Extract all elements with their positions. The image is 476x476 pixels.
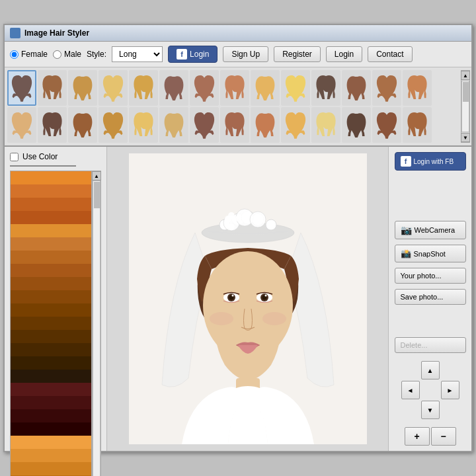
hair-thumb[interactable] xyxy=(311,70,340,106)
scrollbar-up-btn[interactable]: ▲ xyxy=(461,71,470,80)
hair-thumbnail-strip: ▲ ▼ xyxy=(5,67,471,147)
color-swatch[interactable] xyxy=(11,290,91,303)
main-window: Image Hair Styler Female Male Style: Lon… xyxy=(3,24,473,452)
register-button[interactable]: Register xyxy=(274,46,321,62)
hair-thumb[interactable] xyxy=(99,107,128,143)
female-radio-label[interactable]: Female xyxy=(10,50,48,59)
webcam-button[interactable]: 📷 WebCamera xyxy=(395,221,466,239)
color-swatch[interactable] xyxy=(11,396,91,409)
fb-icon: f xyxy=(177,49,187,60)
hair-thumb[interactable] xyxy=(311,107,340,143)
color-swatch[interactable] xyxy=(11,317,91,330)
hair-thumb[interactable] xyxy=(220,70,249,106)
color-swatch[interactable] xyxy=(11,251,91,264)
color-swatch[interactable] xyxy=(11,303,91,317)
color-swatch[interactable] xyxy=(11,211,91,224)
hair-thumb[interactable] xyxy=(99,70,128,106)
hair-thumb[interactable] xyxy=(7,107,36,143)
hair-thumb[interactable] xyxy=(342,70,371,106)
style-select[interactable]: Long Short Medium Curly xyxy=(112,46,163,62)
color-scroll-thumb[interactable] xyxy=(94,182,100,208)
hair-thumb[interactable] xyxy=(403,70,432,106)
hair-strip-scrollbar: ▲ ▼ xyxy=(461,70,470,143)
color-swatch[interactable] xyxy=(11,409,91,422)
male-radio-label[interactable]: Male xyxy=(53,50,81,59)
color-scroll-up[interactable]: ▲ xyxy=(92,171,101,180)
color-swatch[interactable] xyxy=(11,449,91,462)
toolbar: Female Male Style: Long Short Medium Cur… xyxy=(5,42,471,67)
color-preview-swatch[interactable] xyxy=(10,165,76,167)
male-radio[interactable] xyxy=(53,50,61,59)
female-radio[interactable] xyxy=(10,50,19,59)
hair-thumb[interactable] xyxy=(251,70,280,106)
use-color-checkbox[interactable] xyxy=(10,153,19,161)
hair-thumb[interactable] xyxy=(372,107,401,143)
hair-thumb[interactable] xyxy=(129,70,158,106)
color-swatch[interactable] xyxy=(11,462,91,475)
login-button[interactable]: Login xyxy=(326,46,362,62)
snapshot-button[interactable]: 📸 SnapShot xyxy=(395,245,466,262)
hair-thumb[interactable] xyxy=(251,107,280,143)
color-swatch[interactable] xyxy=(11,356,91,370)
hair-thumb[interactable] xyxy=(190,70,219,106)
snapshot-label: SnapShot xyxy=(414,250,446,258)
zoom-in-button[interactable]: + xyxy=(405,427,430,446)
scrollbar-track xyxy=(461,81,469,132)
color-swatch[interactable] xyxy=(11,422,91,436)
color-swatch[interactable] xyxy=(11,171,91,184)
signup-button[interactable]: Sign Up xyxy=(223,46,268,62)
color-swatch[interactable] xyxy=(11,436,91,449)
hair-thumb[interactable] xyxy=(159,70,188,106)
hair-thumb[interactable] xyxy=(68,70,97,106)
color-swatch[interactable] xyxy=(11,343,91,356)
hair-thumb[interactable] xyxy=(190,107,219,143)
hair-thumb[interactable] xyxy=(38,107,67,143)
scrollbar-down-btn[interactable]: ▼ xyxy=(461,133,470,142)
style-label: Style: xyxy=(87,50,106,59)
hair-thumb[interactable] xyxy=(342,107,371,143)
color-scroll-area: ▲ ▼ xyxy=(10,171,101,476)
hair-thumb[interactable] xyxy=(281,70,310,106)
color-swatch[interactable] xyxy=(11,277,91,290)
zoom-out-button[interactable]: − xyxy=(431,427,456,446)
fb-panel-button[interactable]: f Login with FB xyxy=(395,152,466,171)
arrow-left-button[interactable]: ◄ xyxy=(401,381,420,399)
color-scroll-track xyxy=(93,180,100,476)
color-swatch[interactable] xyxy=(11,198,91,211)
svg-point-9 xyxy=(250,212,266,227)
hair-thumb[interactable] xyxy=(129,107,158,143)
arrow-up-button[interactable]: ▲ xyxy=(421,361,440,379)
hair-thumb[interactable] xyxy=(7,70,36,106)
arrow-row-top: ▲ xyxy=(401,361,459,379)
hair-thumb[interactable] xyxy=(281,107,310,143)
svg-point-25 xyxy=(262,312,286,325)
color-swatch[interactable] xyxy=(11,184,91,198)
hair-thumb[interactable] xyxy=(372,70,401,106)
webcam-icon: 📷 xyxy=(401,225,412,235)
color-swatch[interactable] xyxy=(11,330,91,343)
your-photo-button[interactable]: Your photo... xyxy=(395,268,466,284)
hair-thumb[interactable] xyxy=(68,107,97,143)
hair-thumb[interactable] xyxy=(159,107,188,143)
arrow-row-bottom: ▼ xyxy=(401,401,459,419)
arrow-right-button[interactable]: ► xyxy=(441,381,459,399)
svg-point-6 xyxy=(266,219,276,230)
save-photo-button[interactable]: Save photo... xyxy=(395,289,466,305)
svg-point-23 xyxy=(264,295,266,297)
color-swatch[interactable] xyxy=(11,370,91,383)
scrollbar-thumb[interactable] xyxy=(463,82,469,102)
color-swatch[interactable] xyxy=(11,224,91,237)
color-swatch[interactable] xyxy=(11,264,91,277)
app-icon xyxy=(10,28,20,38)
hair-thumb[interactable] xyxy=(220,107,249,143)
delete-button[interactable]: Delete... xyxy=(395,337,466,353)
style-selector[interactable]: Long Short Medium Curly xyxy=(112,46,163,62)
hair-thumb[interactable] xyxy=(403,107,432,143)
color-swatch[interactable] xyxy=(11,237,91,251)
arrow-down-button[interactable]: ▼ xyxy=(421,401,440,419)
color-swatch[interactable] xyxy=(11,383,91,396)
fb-login-button[interactable]: f Login xyxy=(168,46,218,63)
contact-button[interactable]: Contact xyxy=(368,46,412,62)
hair-thumb[interactable] xyxy=(38,70,67,106)
title-bar: Image Hair Styler xyxy=(5,25,471,42)
